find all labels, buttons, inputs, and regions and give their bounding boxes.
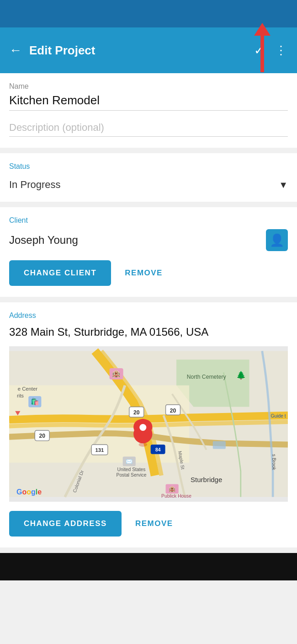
bottom-bar bbox=[0, 553, 297, 580]
svg-text:20: 20 bbox=[170, 407, 176, 413]
svg-text:North Cemetery: North Cemetery bbox=[187, 374, 227, 380]
address-label: Address bbox=[9, 311, 288, 320]
name-label: Name bbox=[9, 82, 288, 91]
svg-point-23 bbox=[139, 424, 146, 431]
map-container: 20 20 20 131 84 North Cemetery 🌲 🏨 🛍️ e … bbox=[9, 346, 288, 502]
arrow-head bbox=[254, 23, 270, 36]
svg-text:Postal Service: Postal Service bbox=[117, 472, 147, 478]
svg-text:Sturbridge: Sturbridge bbox=[191, 475, 222, 483]
svg-text:s Brook: s Brook bbox=[271, 454, 276, 470]
remove-address-button[interactable]: REMOVE bbox=[135, 519, 173, 528]
client-icon-button[interactable]: 👤 bbox=[266, 229, 288, 251]
remove-client-button[interactable]: REMOVE bbox=[125, 268, 163, 278]
svg-text:✉️: ✉️ bbox=[126, 458, 133, 465]
status-row[interactable]: In Progress ▼ bbox=[9, 175, 288, 191]
client-label: Client bbox=[9, 216, 288, 225]
chevron-down-icon: ▼ bbox=[279, 180, 288, 190]
client-row: Joseph Young 👤 bbox=[9, 229, 288, 251]
client-card: Client Joseph Young 👤 CHANGE CLIENT REMO… bbox=[0, 207, 297, 297]
address-card: Address 328 Main St, Sturbridge, MA 0156… bbox=[0, 302, 297, 547]
client-button-row: CHANGE CLIENT REMOVE bbox=[9, 260, 288, 286]
address-button-row: CHANGE ADDRESS REMOVE bbox=[9, 511, 288, 537]
svg-text:🏨: 🏨 bbox=[169, 485, 176, 493]
svg-text:Guide t: Guide t bbox=[270, 413, 286, 419]
google-logo: Google bbox=[16, 488, 42, 496]
change-client-button[interactable]: CHANGE CLIENT bbox=[9, 260, 111, 286]
page-title: Edit Project bbox=[29, 43, 254, 58]
address-value: 328 Main St, Sturbridge, MA 01566, USA bbox=[9, 324, 288, 340]
status-value: In Progress bbox=[9, 179, 61, 191]
svg-text:🛍️: 🛍️ bbox=[31, 397, 39, 405]
status-card: Status In Progress ▼ bbox=[0, 153, 297, 202]
svg-text:84: 84 bbox=[155, 447, 161, 452]
svg-text:131: 131 bbox=[95, 447, 104, 453]
status-label: Status bbox=[9, 162, 288, 171]
svg-text:Publick House: Publick House bbox=[161, 494, 191, 499]
svg-text:20: 20 bbox=[133, 409, 140, 416]
svg-text:🏨: 🏨 bbox=[112, 369, 121, 377]
back-button[interactable]: ← bbox=[9, 43, 22, 58]
person-icon: 👤 bbox=[270, 233, 284, 247]
svg-text:United States: United States bbox=[117, 467, 146, 472]
name-value[interactable]: Kitchen Remodel bbox=[9, 93, 288, 111]
annotation-arrow bbox=[254, 23, 270, 72]
svg-text:rits: rits bbox=[17, 392, 24, 398]
svg-text:🌲: 🌲 bbox=[236, 370, 246, 380]
name-card: Name Kitchen Remodel Description (option… bbox=[0, 73, 297, 148]
more-options-button[interactable]: ⋮ bbox=[275, 43, 288, 58]
description-field[interactable]: Description (optional) bbox=[9, 122, 288, 137]
change-address-button[interactable]: CHANGE ADDRESS bbox=[9, 511, 122, 537]
app-bar: ← Edit Project ✓ ⋮ bbox=[0, 27, 297, 73]
status-bar bbox=[0, 0, 297, 27]
map-svg: 20 20 20 131 84 North Cemetery 🌲 🏨 🛍️ e … bbox=[9, 346, 288, 502]
svg-rect-36 bbox=[213, 441, 226, 449]
svg-text:e Center: e Center bbox=[18, 386, 37, 391]
arrow-shaft bbox=[260, 36, 264, 72]
svg-text:20: 20 bbox=[39, 433, 45, 439]
client-name: Joseph Young bbox=[9, 234, 78, 247]
